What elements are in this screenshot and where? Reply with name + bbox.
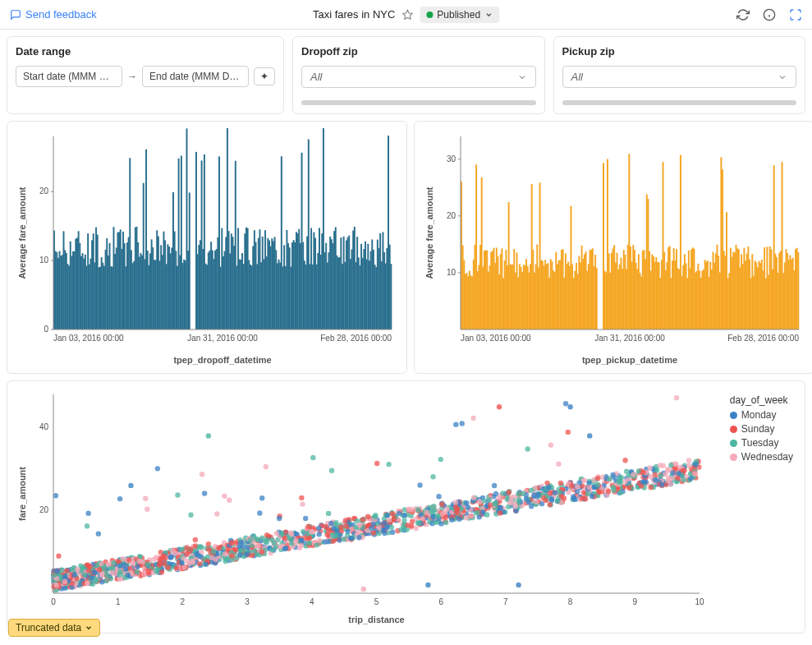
svg-point-2015 [123,567,128,572]
dropoff-select[interactable]: All [301,66,536,88]
svg-point-1858 [534,500,539,504]
svg-point-2130 [409,507,414,512]
svg-point-2142 [128,483,133,488]
chevron-down-icon [517,72,527,82]
svg-point-1267 [96,531,101,536]
svg-text:7: 7 [503,597,508,606]
svg-point-2098 [213,557,218,562]
svg-point-2088 [349,536,354,541]
status-pill[interactable]: Published [420,7,499,23]
filter-pickup-zip: Pickup zip All [553,36,806,114]
svg-point-2011 [575,484,580,489]
svg-point-2117 [303,516,308,521]
svg-text:Average fare_amount: Average fare_amount [424,187,434,279]
svg-point-1940 [346,528,351,533]
svg-point-1915 [371,530,376,535]
end-date-input[interactable]: End date (MMM DD, … [142,66,249,87]
svg-point-2034 [430,514,435,519]
svg-text:tpep_dropoff_datetime: tpep_dropoff_datetime [173,355,271,365]
svg-point-2128 [573,497,578,502]
info-icon[interactable] [763,8,776,21]
svg-point-1974 [357,523,362,528]
svg-point-1954 [264,464,268,469]
svg-point-1833 [622,479,627,484]
svg-point-1658 [159,569,164,574]
svg-point-1582 [417,482,422,487]
fullscreen-icon[interactable] [789,8,802,21]
svg-point-1892 [168,555,173,560]
start-date-input[interactable]: Start date (MMM DD,… [16,66,122,87]
svg-point-2065 [343,518,348,523]
svg-point-2103 [693,462,698,467]
sparkle-button[interactable]: ✦ [254,67,275,85]
svg-point-1907 [172,551,177,555]
svg-point-1806 [193,537,198,542]
svg-point-1846 [314,542,319,547]
svg-point-1739 [108,576,113,581]
svg-point-2107 [51,573,56,578]
svg-point-2003 [86,568,91,573]
svg-point-1579 [390,530,395,535]
svg-point-1987 [688,476,693,481]
svg-point-1985 [498,510,502,515]
svg-point-2140 [497,404,502,409]
star-icon[interactable] [401,9,413,21]
svg-point-1874 [365,514,370,519]
svg-text:30: 30 [447,154,456,164]
svg-point-2068 [330,538,335,543]
svg-point-1727 [166,565,171,570]
svg-point-1857 [676,471,681,476]
svg-point-669 [143,496,148,501]
svg-point-2058 [590,494,594,499]
svg-point-582 [259,495,264,500]
svg-point-1022 [155,466,160,471]
svg-point-2122 [92,569,97,574]
send-feedback-link[interactable]: Send feedback [10,8,97,21]
svg-point-1889 [500,491,505,495]
svg-point-2141 [567,404,572,409]
svg-point-946 [430,474,435,479]
svg-text:Jan 03, 2016 00:00: Jan 03, 2016 00:00 [53,334,124,343]
svg-point-1779 [582,477,587,482]
truncated-data-badge[interactable]: Truncated data [8,619,100,637]
svg-point-2060 [557,490,562,495]
svg-point-2091 [453,500,458,504]
svg-text:6: 6 [438,597,443,606]
svg-point-1342 [310,455,315,460]
chevron-down-icon [484,11,493,19]
svg-point-2054 [200,472,204,477]
svg-text:Average fare_amount: Average fare_amount [17,187,27,279]
chart-scatter: 2040012345678910trip_distancefare_amount… [7,380,805,633]
svg-point-2023 [484,512,489,517]
svg-point-1466 [438,457,443,462]
svg-point-1361 [443,520,448,525]
pickup-select[interactable]: All [562,66,797,88]
legend-item: Sunday [730,423,793,435]
svg-point-2078 [416,520,421,525]
svg-point-1856 [104,573,109,578]
svg-point-893 [202,491,207,495]
svg-text:20: 20 [39,505,49,514]
svg-point-1984 [675,476,680,481]
svg-point-2119 [456,516,461,521]
svg-text:10: 10 [695,597,704,606]
svg-point-1876 [670,470,675,475]
svg-point-2070 [631,472,635,477]
svg-point-2017 [56,554,61,559]
svg-point-2095 [453,422,458,426]
svg-point-1815 [606,489,611,494]
svg-point-2055 [135,564,140,569]
svg-point-1473 [686,463,691,468]
svg-text:2: 2 [181,597,186,606]
svg-point-1827 [471,495,476,500]
svg-text:0: 0 [51,597,56,606]
chart-dropoff: 01020Jan 03, 2016 00:00Jan 31, 2016 00:0… [7,121,407,374]
legend-item: Wednesday [730,451,793,463]
pickup-loading-bar [562,100,797,105]
svg-point-2077 [626,485,631,490]
svg-point-1992 [70,580,75,585]
refresh-icon[interactable] [736,8,750,21]
svg-point-2112 [369,526,374,531]
svg-point-1770 [199,545,204,550]
svg-point-1690 [299,495,304,500]
